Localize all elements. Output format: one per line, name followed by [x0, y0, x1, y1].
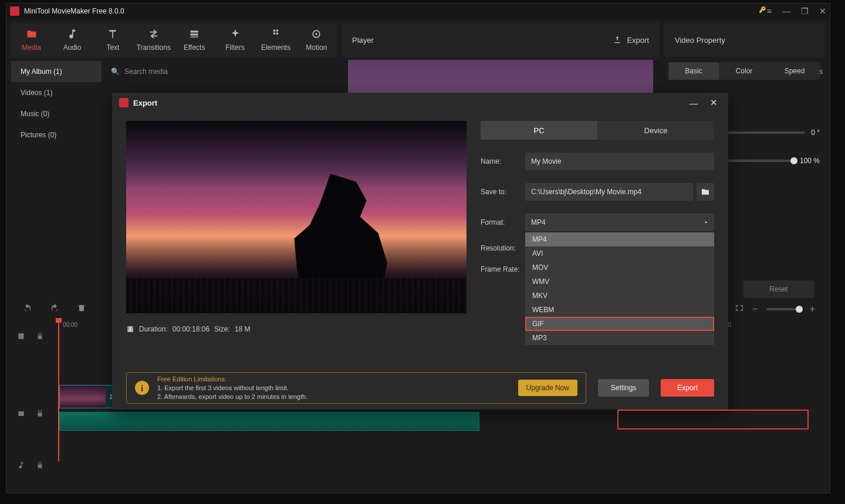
svg-point-1	[316, 33, 317, 35]
lock-audio-icon[interactable]	[36, 461, 44, 472]
free-limitation-box: i Free Edition Limitations: 1. Export th…	[126, 372, 586, 404]
player-panel-head: Player Export	[342, 22, 660, 57]
saveto-input[interactable]	[525, 183, 693, 201]
format-option-mp4[interactable]: MP4	[525, 232, 714, 246]
zoom-slider[interactable]	[766, 308, 802, 310]
limitation-line2: 2. Afterwards, export video up to 2 minu…	[157, 393, 307, 400]
duration-label: Duration:	[139, 325, 168, 333]
format-option-mp3[interactable]: MP3	[525, 331, 714, 345]
app-window: MiniTool MovieMaker Free 8.0.0 ≡ — ❐ ✕ M…	[6, 3, 830, 493]
tab-effects[interactable]: Effects	[174, 22, 215, 57]
export-meta: Duration: 00:00:18:06 Size: 18 M	[126, 325, 467, 333]
export-close-icon[interactable]: ✕	[706, 97, 721, 108]
export-tab-device[interactable]: Device	[597, 121, 714, 140]
track-controls	[17, 332, 44, 472]
rotate-value: 0 °	[811, 128, 820, 137]
clip-thumbnail	[60, 385, 106, 408]
format-option-avi[interactable]: AVI	[525, 246, 714, 261]
prop-tab-speed[interactable]: Speed	[769, 62, 820, 80]
size-label: Size:	[214, 325, 230, 333]
video-property-head: Video Property	[664, 22, 825, 57]
info-icon: i	[135, 381, 149, 395]
prop-tab-color[interactable]: Color	[719, 62, 769, 80]
search-icon: 🔍	[111, 67, 120, 76]
search-placeholder[interactable]: Search media	[124, 67, 168, 76]
settings-button[interactable]: Settings	[598, 379, 649, 397]
audio-track-icon[interactable]	[17, 461, 25, 472]
tab-motion[interactable]: Motion	[296, 22, 337, 57]
export-dialog: Export — ✕ Duration: 00:00:18:06 Size: 1…	[112, 93, 728, 410]
maximize-icon[interactable]: ❐	[801, 6, 809, 16]
redo-icon[interactable]	[50, 303, 59, 315]
fit-icon[interactable]	[735, 303, 744, 315]
format-option-gif[interactable]: GIF	[525, 317, 714, 331]
clip-audio-bar[interactable]	[59, 412, 479, 431]
framerate-label: Frame Rate:	[481, 265, 525, 273]
sidebar-item-videos[interactable]: Videos (1)	[11, 82, 102, 103]
export-button-top[interactable]: Export	[613, 35, 649, 45]
name-input[interactable]	[525, 153, 714, 170]
limitation-line1: 1. Export the first 3 videos without len…	[157, 384, 289, 391]
tab-transitions[interactable]: Transitions	[133, 22, 174, 57]
zoom-in-icon[interactable]: +	[810, 304, 815, 314]
app-icon	[10, 6, 19, 16]
zoom-out-icon[interactable]: −	[752, 304, 758, 314]
format-option-webm[interactable]: WEBM	[525, 303, 714, 317]
export-minimize-icon[interactable]: —	[686, 98, 701, 108]
tab-filters[interactable]: Filters	[215, 22, 255, 57]
undo-icon[interactable]	[23, 303, 32, 315]
titlebar: MiniTool MovieMaker Free 8.0.0 ≡ — ❐ ✕	[6, 4, 830, 19]
opacity-value: 100 %	[800, 157, 820, 165]
player-preview	[348, 60, 653, 95]
menu-icon[interactable]: ≡	[767, 6, 772, 16]
format-dropdown: MP4 AVI MOV WMV MKV WEBM GIF MP3	[525, 232, 714, 345]
key-icon[interactable]	[759, 6, 767, 16]
upgrade-now-button[interactable]: Upgrade Now	[518, 380, 577, 396]
export-titlebar: Export — ✕	[112, 93, 728, 113]
sidebar-item-pictures[interactable]: Pictures (0)	[11, 124, 102, 146]
format-label: Format:	[481, 218, 525, 226]
media-sidebar: My Album (1) Videos (1) Music (0) Pictur…	[11, 61, 102, 146]
format-value: MP4	[531, 218, 546, 226]
image-track-icon[interactable]	[17, 410, 25, 420]
chevron-down-icon	[702, 219, 709, 226]
prop-tab-basic[interactable]: Basic	[668, 62, 719, 80]
saveto-label: Save to:	[481, 188, 525, 196]
player-label: Player	[352, 36, 604, 45]
export-dialog-title: Export	[133, 99, 681, 107]
highlight-rect-gif	[617, 410, 809, 429]
tab-audio[interactable]: Audio	[52, 22, 92, 57]
export-button[interactable]: Export	[661, 379, 714, 397]
tab-media[interactable]: Media	[11, 22, 52, 57]
app-title: MiniTool MovieMaker Free 8.0.0	[24, 7, 759, 15]
size-value: 18 M	[235, 325, 251, 333]
delete-icon[interactable]	[77, 303, 86, 315]
format-select[interactable]: MP4 MP4 AVI MOV WMV MKV WEBM GIF MP3	[525, 214, 714, 231]
preview-skyline	[126, 278, 467, 313]
export-tab-pc[interactable]: PC	[481, 121, 597, 140]
lock-image-icon[interactable]	[36, 410, 44, 420]
format-option-mov[interactable]: MOV	[525, 261, 714, 275]
minimize-icon[interactable]: —	[782, 6, 790, 16]
name-label: Name:	[481, 157, 525, 165]
tab-text[interactable]: Text	[93, 22, 133, 57]
lock-track-icon[interactable]	[36, 332, 44, 343]
video-property-label: Video Property	[675, 36, 725, 45]
tab-elements[interactable]: Elements	[255, 22, 296, 57]
format-option-wmv[interactable]: WMV	[525, 275, 714, 289]
duration-value: 00:00:18:06	[173, 325, 209, 333]
main-toolbar: Media Audio Text Transitions Effects Fil…	[11, 22, 337, 57]
sidebar-item-myalbum[interactable]: My Album (1)	[11, 61, 102, 82]
add-track-icon[interactable]	[17, 332, 25, 343]
film-icon	[126, 325, 134, 333]
export-dialog-icon	[119, 98, 129, 107]
export-preview	[126, 121, 467, 313]
reset-button[interactable]: Reset	[743, 280, 814, 298]
format-option-mkv[interactable]: MKV	[525, 289, 714, 303]
resolution-label: Resolution:	[481, 244, 525, 252]
close-icon[interactable]: ✕	[819, 6, 826, 16]
limitation-head: Free Edition Limitations:	[157, 375, 307, 384]
browse-folder-button[interactable]	[697, 183, 714, 201]
sidebar-item-music[interactable]: Music (0)	[11, 103, 102, 124]
